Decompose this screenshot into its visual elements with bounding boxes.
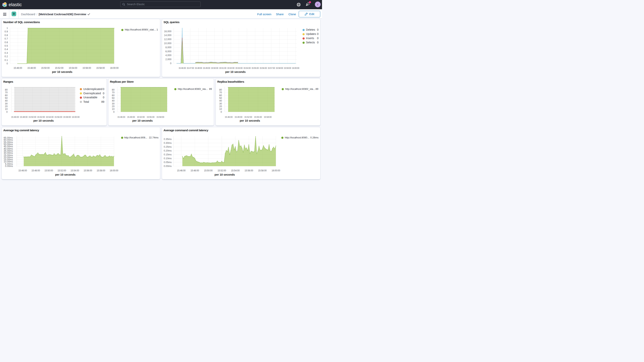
svg-text:15:48:00: 15:48:00 [190, 169, 199, 172]
svg-text:10: 10 [112, 108, 114, 110]
svg-text:30: 30 [5, 102, 8, 105]
svg-text:per 10 seconds: per 10 seconds [240, 119, 260, 122]
svg-text:65.00ms: 65.00ms [4, 136, 13, 139]
svg-text:15:53:00: 15:53:00 [235, 67, 242, 69]
svg-text:per 10 seconds: per 10 seconds [55, 173, 76, 176]
svg-text:0: 0 [6, 111, 8, 113]
svg-text:15:56:00: 15:56:00 [84, 169, 92, 172]
svg-text:0: 0 [6, 62, 8, 65]
svg-text:0.20ms: 0.20ms [164, 150, 172, 152]
svg-text:0: 0 [113, 111, 114, 113]
svg-text:15:50:00: 15:50:00 [41, 67, 50, 70]
svg-text:16:00:00: 16:00:00 [292, 67, 299, 69]
svg-text:15:52:00: 15:52:00 [37, 116, 45, 118]
svg-text:15:52:00: 15:52:00 [137, 116, 145, 118]
svg-text:15:50:00: 15:50:00 [204, 169, 213, 172]
svg-text:0.30ms: 0.30ms [164, 142, 172, 144]
svg-text:15:46:00: 15:46:00 [177, 169, 186, 172]
svg-text:15:55:00: 15:55:00 [147, 116, 155, 118]
svg-text:15:58:00: 15:58:00 [264, 116, 272, 118]
svg-text:0.6: 0.6 [5, 41, 8, 44]
svg-text:80: 80 [5, 88, 8, 91]
svg-text:10: 10 [5, 108, 8, 110]
svg-text:15:48:00: 15:48:00 [20, 116, 28, 118]
svg-text:15:52:00: 15:52:00 [58, 169, 66, 172]
svg-text:15:50:00: 15:50:00 [211, 67, 218, 69]
svg-text:70: 70 [5, 91, 8, 94]
svg-text:0.10ms: 0.10ms [164, 157, 172, 160]
svg-text:16:00:00: 16:00:00 [272, 169, 280, 172]
svg-text:8,000: 8,000 [166, 46, 172, 49]
svg-text:0.9: 0.9 [5, 30, 8, 33]
svg-text:0.00ms: 0.00ms [164, 165, 172, 168]
svg-text:per 10 seconds: per 10 seconds [225, 70, 246, 74]
svg-text:0.3: 0.3 [5, 52, 8, 54]
svg-text:15:48:00: 15:48:00 [28, 67, 36, 70]
svg-text:0.25ms: 0.25ms [164, 146, 172, 148]
svg-text:0.2: 0.2 [5, 55, 8, 58]
svg-text:10: 10 [219, 108, 222, 110]
svg-text:16:00:00: 16:00:00 [110, 67, 119, 70]
svg-text:15:58:00: 15:58:00 [96, 67, 105, 70]
svg-text:50: 50 [5, 97, 8, 100]
svg-text:20: 20 [112, 105, 114, 108]
svg-text:15:49:00: 15:49:00 [127, 116, 135, 118]
svg-text:40: 40 [5, 100, 8, 102]
svg-text:15:54:00: 15:54:00 [70, 169, 79, 172]
svg-text:15:59:00: 15:59:00 [284, 67, 291, 69]
svg-text:15:54:00: 15:54:00 [46, 116, 54, 118]
svg-text:10,000: 10,000 [164, 42, 172, 45]
svg-text:0.35ms: 0.35ms [164, 138, 172, 140]
svg-text:per 10 seconds: per 10 seconds [214, 173, 235, 176]
svg-text:80: 80 [112, 88, 114, 91]
svg-text:60: 60 [219, 94, 222, 97]
svg-text:15:56:00: 15:56:00 [244, 169, 253, 172]
svg-text:15:54:00: 15:54:00 [231, 169, 240, 172]
svg-text:15:46:00: 15:46:00 [118, 116, 125, 118]
svg-text:70: 70 [219, 91, 222, 94]
svg-text:15:56:00: 15:56:00 [260, 67, 267, 69]
svg-text:30: 30 [112, 102, 114, 105]
svg-text:15:52:00: 15:52:00 [218, 169, 226, 172]
svg-text:2,000: 2,000 [166, 58, 172, 61]
svg-text:70: 70 [112, 91, 114, 94]
svg-text:16:00:00: 16:00:00 [110, 169, 118, 172]
svg-text:40: 40 [219, 100, 222, 102]
svg-text:16,000: 16,000 [164, 30, 172, 33]
svg-text:15:46:00: 15:46:00 [18, 169, 27, 172]
svg-text:4,000: 4,000 [166, 54, 172, 57]
svg-text:15:51:00: 15:51:00 [219, 67, 226, 69]
svg-text:15:49:00: 15:49:00 [203, 67, 210, 69]
svg-text:20: 20 [5, 105, 8, 108]
svg-text:15:56:00: 15:56:00 [54, 116, 62, 118]
svg-text:per 10 seconds: per 10 seconds [52, 70, 72, 74]
svg-text:0.1: 0.1 [5, 59, 8, 62]
svg-text:0: 0 [170, 62, 172, 65]
svg-text:per 10 seconds: per 10 seconds [33, 119, 54, 122]
svg-text:15:58:00: 15:58:00 [276, 67, 283, 69]
svg-text:50: 50 [112, 97, 114, 100]
svg-text:15:46:00: 15:46:00 [225, 116, 233, 118]
svg-text:0.8: 0.8 [5, 34, 8, 36]
svg-text:0.05ms: 0.05ms [164, 161, 172, 164]
svg-text:50: 50 [219, 97, 222, 100]
svg-text:15:58:00: 15:58:00 [258, 169, 267, 172]
svg-text:15:58:00: 15:58:00 [63, 116, 71, 118]
svg-text:per 10 seconds: per 10 seconds [132, 119, 153, 122]
svg-text:1: 1 [6, 27, 8, 30]
svg-text:12,000: 12,000 [164, 38, 172, 41]
svg-text:15:55:00: 15:55:00 [252, 67, 259, 69]
svg-text:0.7: 0.7 [5, 38, 8, 40]
svg-text:15:58:00: 15:58:00 [156, 116, 164, 118]
svg-text:15:49:00: 15:49:00 [234, 116, 242, 118]
svg-text:15:56:00: 15:56:00 [82, 67, 91, 70]
svg-text:15:46:00: 15:46:00 [11, 116, 19, 118]
svg-text:30: 30 [219, 102, 222, 105]
svg-text:0.4: 0.4 [5, 48, 8, 51]
svg-text:20: 20 [219, 105, 222, 108]
svg-text:15:48:00: 15:48:00 [32, 169, 40, 172]
svg-text:15:47:00: 15:47:00 [187, 67, 194, 69]
svg-text:80: 80 [219, 88, 222, 91]
svg-text:15:46:00: 15:46:00 [178, 67, 186, 69]
svg-text:0.5: 0.5 [5, 44, 8, 47]
